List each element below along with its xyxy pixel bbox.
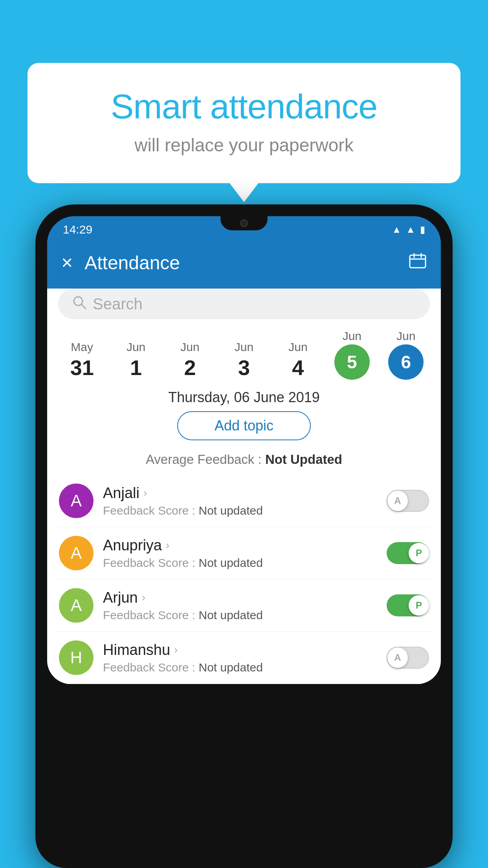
student-info-arjun: Arjun › Feedback Score : Not updated [103, 589, 377, 622]
status-time: 14:29 [63, 223, 92, 236]
app-bar: × Attendance [47, 243, 441, 282]
svg-line-5 [81, 304, 86, 309]
close-button[interactable]: × [61, 251, 73, 274]
student-feedback-arjun: Feedback Score : Not updated [103, 609, 377, 622]
search-bar[interactable]: Search [58, 289, 430, 319]
avatar-anjali: A [59, 484, 94, 518]
student-feedback-anjali: Feedback Score : Not updated [103, 504, 377, 517]
student-item-anjali[interactable]: A Anjali › Feedback Score : Not updated … [55, 475, 433, 527]
date-jun4[interactable]: Jun 4 [274, 340, 321, 380]
camera-dot [240, 219, 248, 227]
app-bar-title: Attendance [84, 252, 397, 274]
student-info-anjali: Anjali › Feedback Score : Not updated [103, 485, 377, 517]
signal-icon: ▲ [406, 224, 415, 235]
avg-feedback: Average Feedback : Not Updated [47, 448, 441, 475]
date-strip: May 31 Jun 1 Jun 2 Jun 3 Jun 4 [47, 326, 441, 380]
toggle-anupriya[interactable]: P [387, 542, 429, 564]
battery-icon: ▮ [420, 224, 425, 235]
toggle-knob-arjun: P [409, 595, 429, 616]
bubble-title: Smart attendance [59, 86, 429, 127]
toggle-anjali[interactable]: A [387, 490, 429, 512]
phone-inner: 14:29 ▲ ▲ ▮ × Attendance [47, 216, 441, 684]
avatar-arjun: A [59, 588, 94, 623]
toggle-switch-anupriya[interactable]: P [387, 542, 429, 564]
student-name-himanshu: Himanshu › [103, 642, 377, 658]
add-topic-button[interactable]: Add topic [177, 411, 311, 440]
chevron-icon-himanshu: › [174, 644, 178, 656]
selected-date-label: Thursday, 06 June 2019 [47, 380, 441, 411]
status-bar: 14:29 ▲ ▲ ▮ [47, 216, 441, 243]
status-icons: ▲ ▲ ▮ [392, 224, 425, 235]
speech-bubble: Smart attendance will replace your paper… [28, 63, 460, 183]
date-jun1[interactable]: Jun 1 [112, 340, 160, 380]
toggle-knob-anupriya: P [409, 543, 429, 563]
notch [220, 216, 268, 230]
toggle-switch-arjun[interactable]: P [387, 594, 429, 616]
student-feedback-himanshu: Feedback Score : Not updated [103, 661, 377, 674]
bubble-subtitle: will replace your paperwork [59, 134, 429, 156]
date-jun6-selected[interactable]: Jun 6 [382, 329, 429, 380]
phone-screen: Search May 31 Jun 1 Jun 2 Jun 3 [47, 289, 441, 684]
date-jun5-today[interactable]: Jun 5 [328, 329, 376, 380]
student-item-anupriya[interactable]: A Anupriya › Feedback Score : Not update… [55, 527, 433, 579]
calendar-icon[interactable] [409, 252, 427, 273]
toggle-arjun[interactable]: P [387, 594, 429, 616]
student-name-anupriya: Anupriya › [103, 537, 377, 554]
student-item-himanshu[interactable]: H Himanshu › Feedback Score : Not update… [55, 632, 433, 684]
chevron-icon-anjali: › [143, 487, 147, 499]
chevron-icon-arjun: › [142, 591, 145, 604]
toggle-switch-himanshu[interactable]: A [387, 647, 429, 669]
svg-rect-0 [410, 255, 426, 268]
date-jun3[interactable]: Jun 3 [220, 340, 268, 380]
student-info-anupriya: Anupriya › Feedback Score : Not updated [103, 537, 377, 570]
student-info-himanshu: Himanshu › Feedback Score : Not updated [103, 642, 377, 674]
search-placeholder: Search [93, 295, 143, 313]
toggle-switch-anjali[interactable]: A [387, 490, 429, 512]
toggle-knob-anjali: A [387, 491, 408, 511]
student-name-arjun: Arjun › [103, 589, 377, 606]
wifi-icon: ▲ [392, 224, 401, 235]
avatar-himanshu: H [59, 640, 94, 675]
student-list: A Anjali › Feedback Score : Not updated … [47, 475, 441, 684]
search-icon [72, 295, 86, 313]
student-name-anjali: Anjali › [103, 485, 377, 502]
avatar-anupriya: A [59, 536, 94, 570]
toggle-knob-himanshu: A [387, 647, 408, 668]
date-may31[interactable]: May 31 [59, 340, 106, 380]
student-item-arjun[interactable]: A Arjun › Feedback Score : Not updated P [55, 579, 433, 632]
speech-bubble-container: Smart attendance will replace your paper… [28, 63, 460, 183]
phone-frame: 14:29 ▲ ▲ ▮ × Attendance [35, 204, 453, 868]
toggle-himanshu[interactable]: A [387, 647, 429, 669]
student-feedback-anupriya: Feedback Score : Not updated [103, 556, 377, 570]
chevron-icon-anupriya: › [166, 539, 169, 552]
avg-feedback-value: Not Updated [265, 452, 342, 467]
avg-feedback-label: Average Feedback : [146, 452, 265, 467]
date-jun2[interactable]: Jun 2 [167, 340, 214, 380]
